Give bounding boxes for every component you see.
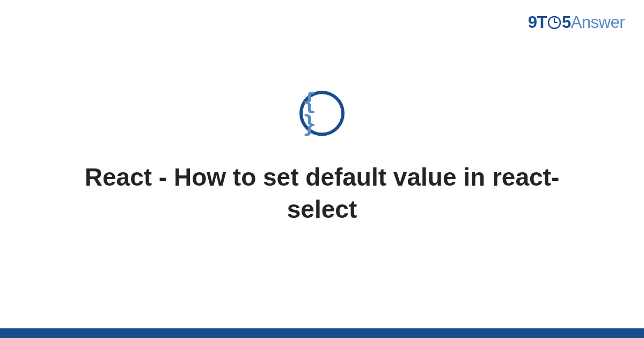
site-logo: 9T5Answer (528, 13, 625, 32)
footer-bar (0, 328, 644, 338)
topic-icon-circle: { } (299, 91, 345, 136)
clock-icon (547, 16, 561, 30)
main-content: { } React - How to set default value in … (0, 91, 644, 226)
page-title: React - How to set default value in reac… (59, 161, 585, 226)
logo-text-answer: Answer (571, 13, 625, 32)
code-braces-icon: { } (303, 91, 341, 136)
logo-text-5: 5 (562, 13, 571, 32)
logo-text-9t: 9T (528, 13, 547, 32)
